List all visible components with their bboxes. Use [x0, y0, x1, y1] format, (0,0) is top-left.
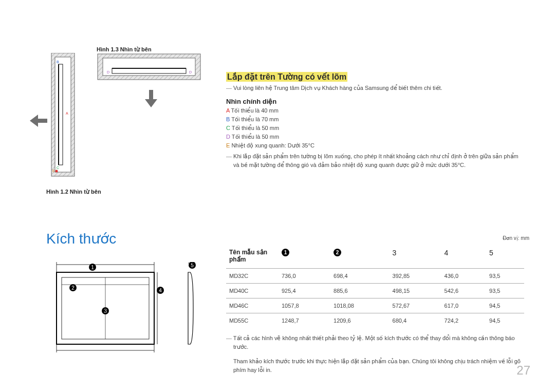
svg-point-18 — [55, 170, 58, 173]
install-long-note: Khi lắp đặt sản phẩm trên tường bị lõm x… — [233, 153, 519, 168]
figure-1-3-label: Hình 1.3 Nhìn từ bên — [97, 46, 152, 53]
col-4: 4 — [445, 249, 449, 257]
front-view-subheading: Nhìn chính diện — [226, 98, 519, 105]
svg-text:B: B — [57, 60, 59, 64]
arrow-left-icon — [30, 115, 47, 127]
svg-text:1: 1 — [91, 265, 94, 270]
contact-note: Vui lòng liên hệ Trung tâm Dịch vụ Khách… — [233, 85, 442, 91]
svg-text:D: D — [107, 70, 109, 74]
col-5: 5 — [489, 249, 493, 257]
svg-rect-8 — [149, 90, 153, 99]
svg-text:D: D — [189, 70, 192, 74]
dimensions-diagram: 1 2 3 4 5 — [46, 262, 211, 365]
recessed-wall-side-view-diagram: B C E A — [46, 53, 82, 186]
page-number: 27 — [516, 363, 530, 378]
svg-text:C: C — [57, 166, 59, 170]
spec-e: Nhiệt độ xung quanh: Dưới 35°C — [231, 142, 314, 148]
table-row: MD46C 1057,8 1018,08 572,67 617,0 94,5 — [226, 298, 524, 313]
svg-text:4: 4 — [159, 288, 162, 293]
svg-text:A: A — [66, 111, 68, 115]
figure-1-2-label: Hình 1.2 Nhìn từ bên — [46, 189, 101, 195]
spec-a: Tối thiểu là 40 mm — [231, 107, 279, 114]
col-1: 1 — [282, 249, 289, 256]
dims-footnote-2: Tham khảo kích thước trước khi thực hiện… — [233, 358, 521, 373]
dimensions-section-title: Kích thước — [46, 230, 116, 247]
svg-marker-9 — [145, 99, 157, 107]
col-model: Tên mẫu sản phẩm — [226, 245, 279, 269]
table-row: MD40C 925,4 885,6 498,15 542,6 93,5 — [226, 284, 524, 298]
svg-rect-4 — [112, 68, 186, 73]
table-row: MD55C 1248,7 1209,6 680,4 724,2 94,5 — [226, 313, 524, 328]
spec-c: Tối thiểu là 50 mm — [232, 125, 279, 131]
svg-rect-19 — [38, 119, 47, 123]
svg-text:E: E — [52, 169, 55, 173]
dimensions-table: Tên mẫu sản phẩm 1 2 3 4 5 MD32C 736,0 6… — [226, 245, 524, 328]
svg-rect-12 — [59, 64, 63, 165]
spec-b: Tối thiểu là 70 mm — [231, 116, 279, 122]
arrow-down-icon — [145, 90, 157, 107]
col-3: 3 — [393, 249, 397, 257]
install-section-heading: Lắp đặt trên Tường có vết lõm — [226, 72, 347, 82]
unit-label: Đơn vị: mm — [503, 235, 529, 241]
svg-text:5: 5 — [191, 263, 194, 268]
svg-text:2: 2 — [71, 285, 75, 291]
col-2: 2 — [334, 249, 341, 256]
table-row: MD32C 736,0 698,4 392,85 436,0 93,5 — [226, 269, 524, 284]
spec-d: Tối thiểu là 50 mm — [232, 134, 279, 140]
dims-footnote-1: Tất cả các hình vẽ không nhất thiết phải… — [233, 335, 515, 350]
svg-marker-20 — [30, 115, 38, 127]
